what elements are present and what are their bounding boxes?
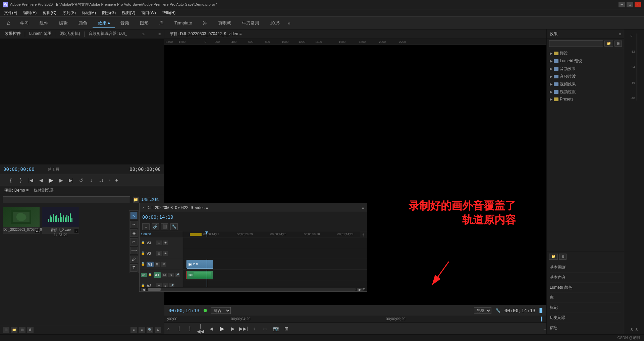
- prev-keyframe-button[interactable]: |◀: [27, 176, 35, 184]
- delete-item-button[interactable]: 🗑: [27, 327, 34, 333]
- section-basic-sound[interactable]: 基本声音: [550, 273, 621, 283]
- next-keyframe-button[interactable]: ▶|: [67, 176, 75, 184]
- tab-audio-mixer[interactable]: 音频剪辑混合器: DJI_: [85, 30, 130, 38]
- camera-button[interactable]: 📷: [272, 325, 280, 333]
- track-lock-v1[interactable]: 🔒: [141, 262, 146, 267]
- insert-overwrite[interactable]: ↕: [250, 325, 258, 333]
- track-s-a2[interactable]: S: [163, 283, 168, 287]
- tab-effect-controls[interactable]: 效果控件: [1, 30, 24, 38]
- track-sync-v3[interactable]: ⊞: [156, 241, 162, 245]
- tab-rush[interactable]: 冲: [198, 18, 213, 28]
- insert-button[interactable]: ↓: [87, 176, 95, 184]
- icon-view-button[interactable]: ⊞: [19, 327, 25, 333]
- step-fwd-button[interactable]: ▶: [229, 325, 237, 333]
- menu-edit[interactable]: 编辑(E): [20, 9, 39, 16]
- tab-program-monitor[interactable]: 节目: DJI_20220503_070422_9_video ≡: [167, 30, 245, 38]
- go-to-in-button[interactable]: {: [175, 325, 183, 333]
- effects-panel-menu[interactable]: ≡: [619, 32, 621, 37]
- play-source-button[interactable]: ▶: [47, 176, 55, 184]
- settings-transport[interactable]: ⊞: [282, 325, 290, 333]
- menu-sequence[interactable]: 序列(S): [60, 9, 78, 16]
- tl-tool-razor[interactable]: 🔧: [170, 223, 178, 230]
- track-s-a1[interactable]: S: [168, 273, 174, 277]
- maximize-button[interactable]: □: [627, 2, 633, 7]
- tab-media-browser[interactable]: 媒体浏览器: [31, 187, 57, 194]
- tab-1015[interactable]: 1015: [265, 18, 285, 27]
- asset-audio[interactable]: 音频 1_2.wav 14:23121 ♪: [42, 207, 79, 234]
- effect-cat-video-effects[interactable]: ▶ 视频效果: [547, 80, 624, 88]
- quality-select[interactable]: 完整 1/2 1/4: [474, 307, 491, 314]
- nav-expand-button[interactable]: »: [285, 18, 293, 28]
- track-lock-v3[interactable]: 🔒: [141, 241, 146, 245]
- go-to-next-edit[interactable]: ▶▶|: [239, 325, 248, 333]
- track-m-a1[interactable]: M: [162, 273, 167, 277]
- menu-view[interactable]: 视图(V): [119, 9, 138, 16]
- audio-clip-a1[interactable]: ♪: [186, 271, 213, 279]
- overwrite-button[interactable]: ↓↓: [97, 176, 105, 184]
- track-sync-v2[interactable]: ⊞: [156, 251, 162, 256]
- effect-cat-video-transitions[interactable]: ▶ 视频过渡: [547, 88, 624, 96]
- new-folder-effects[interactable]: 📁: [604, 41, 613, 47]
- menu-help[interactable]: 帮助(H): [159, 9, 178, 16]
- tab-edit[interactable]: 编辑: [54, 18, 73, 28]
- prev-frame-button[interactable]: ◀: [37, 176, 45, 184]
- tab-jianbejiu[interactable]: 剪呗就: [213, 18, 236, 28]
- tab-template[interactable]: Template: [169, 18, 198, 27]
- tl-tool-add-marker[interactable]: ⬛: [161, 223, 168, 230]
- new-folder-btn[interactable]: 📁: [549, 254, 558, 260]
- timeline-current-timecode[interactable]: 00;00;14;19: [142, 214, 173, 220]
- wrench-icon[interactable]: 🔧: [495, 308, 500, 313]
- tab-source[interactable]: 源:(无剪辑): [57, 30, 83, 38]
- set-in-button[interactable]: ⬦: [164, 325, 172, 333]
- tab-assemble[interactable]: 组件: [34, 18, 54, 28]
- tab-audio[interactable]: 音频: [115, 18, 135, 28]
- tab-graphics[interactable]: 图形: [135, 18, 154, 28]
- tab-project[interactable]: 项目: Demo ≡: [1, 187, 31, 194]
- track-lock-v2[interactable]: 🔒: [141, 251, 146, 256]
- new-bin-button[interactable]: 📁: [133, 197, 139, 203]
- search-project-button[interactable]: 🔍: [147, 327, 153, 333]
- scroll-track[interactable]: [148, 288, 356, 291]
- source-extra[interactable]: »: [109, 178, 111, 182]
- home-button[interactable]: ⌂: [3, 17, 15, 29]
- tool-select[interactable]: ↖: [130, 212, 138, 219]
- tab-color[interactable]: 颜色: [73, 18, 93, 28]
- track-mic-a1[interactable]: 🎤: [175, 273, 180, 277]
- effect-cat-audio-effects[interactable]: ▶ 音频效果: [547, 65, 624, 73]
- section-library[interactable]: 库: [550, 293, 621, 303]
- tl-tool-snap[interactable]: ⬦: [142, 223, 150, 230]
- transport-extra[interactable]: …: [542, 326, 546, 331]
- menu-file[interactable]: 文件(F): [1, 9, 20, 16]
- menu-graphics[interactable]: 图形(G): [99, 9, 118, 16]
- go-out-button[interactable]: }: [17, 176, 25, 184]
- tab-lumetri-scope[interactable]: Lumetri 范围: [26, 30, 55, 38]
- go-to-prev-edit[interactable]: |◀◀: [197, 325, 205, 333]
- close-button[interactable]: ×: [635, 2, 641, 7]
- timeline-close-button[interactable]: ×: [142, 205, 145, 210]
- list-view-button[interactable]: ≡: [130, 327, 137, 333]
- sort-button[interactable]: ≡: [139, 327, 145, 333]
- play-program-button[interactable]: ▶: [218, 325, 226, 333]
- effect-cat-audio-transitions[interactable]: ▶ 音频过渡: [547, 73, 624, 80]
- left-panel-expand[interactable]: »: [140, 32, 147, 37]
- tab-library[interactable]: 库: [154, 18, 169, 28]
- go-in-button[interactable]: {: [7, 176, 15, 184]
- asset-video[interactable]: DJI_20220503_070555_9:15 ▶: [3, 207, 40, 234]
- effect-cat-lumetri[interactable]: ▶ Lumetri 预设: [547, 57, 624, 65]
- track-m-a2[interactable]: M: [156, 283, 162, 287]
- track-eye-v2[interactable]: 👁: [163, 251, 168, 256]
- tl-tool-linked[interactable]: 🔗: [152, 223, 159, 230]
- scroll-thumb[interactable]: [148, 288, 161, 291]
- lift-extract[interactable]: ↕↕: [261, 325, 269, 333]
- tool-type[interactable]: T: [130, 264, 138, 272]
- tool-slip[interactable]: ⟶: [130, 247, 138, 254]
- go-to-out-button[interactable]: }: [186, 325, 194, 333]
- step-back-button[interactable]: ◀: [207, 325, 215, 333]
- scroll-right-btn[interactable]: ▶: [357, 288, 363, 291]
- timeline-settings-icon[interactable]: ⚙: [363, 287, 366, 291]
- track-mic-a2[interactable]: 🎤: [169, 283, 174, 287]
- track-eye-v3[interactable]: 👁: [163, 241, 168, 245]
- track-sync-v1[interactable]: ⊞: [155, 262, 160, 267]
- tab-learn[interactable]: 学习: [15, 18, 34, 28]
- tab-effects[interactable]: 效果: [93, 18, 115, 28]
